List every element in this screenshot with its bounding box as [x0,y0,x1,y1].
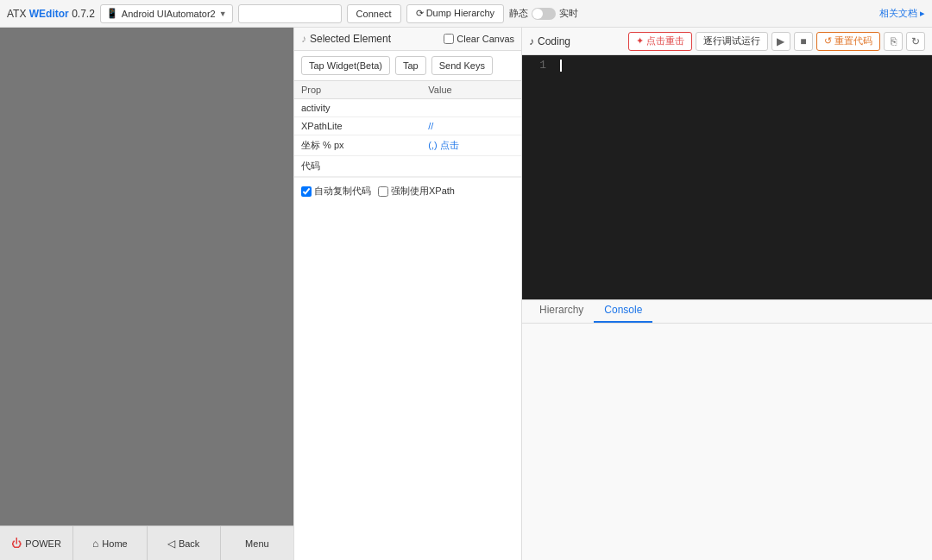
send-keys-button[interactable]: Send Keys [431,56,493,75]
prop-column-header: Prop [294,81,421,99]
prop-row: XPathLite// [294,117,521,135]
home-icon: ⌂ [92,538,98,550]
device-panel: ⏻ POWER ⌂ Home ◁ Back Menu [0,28,293,560]
prop-cell: 代码 [294,156,421,177]
inspector-panel: ♪ Selected Element Clear Canvas Tap Widg… [293,28,522,560]
code-editor[interactable]: 1 [522,55,932,299]
device-screen [0,28,293,525]
run-highlighted-button[interactable]: 逐行调试运行 [696,32,768,51]
dump-hierarchy-button[interactable]: ⟳ Dump Hierarchy [406,4,505,23]
copy-button[interactable]: ⎘ [884,32,903,51]
prop-row: activity [294,99,521,117]
toggle-knob [532,9,543,19]
menu-button[interactable]: Menu [221,526,293,560]
options-row: 自动复制代码 强制使用XPath [294,177,521,204]
device-selector[interactable]: 📱 Android UIAutomator2 ▼ [100,4,233,23]
code-line-1: 1 [522,59,932,75]
reset-code-button[interactable]: ↺ 重置代码 [816,32,880,51]
tap-widget-button[interactable]: Tap Widget(Beta) [301,56,390,75]
force-xpath-label[interactable]: 强制使用XPath [378,185,455,198]
inspector-title: Selected Element [310,33,391,45]
force-xpath-checkbox[interactable] [378,186,388,197]
coding-title: ♪ Coding [529,35,623,47]
prop-row: 坐标 % px(,) 点击 [294,135,521,156]
back-button[interactable]: ◁ Back [148,526,221,560]
tap-button[interactable]: Tap [395,56,426,75]
clear-canvas-label[interactable]: Clear Canvas [444,34,514,44]
tab-console[interactable]: Console [594,299,652,323]
related-doc-link[interactable]: 相关文档 ▸ [879,7,925,20]
auto-copy-label[interactable]: 自动复制代码 [301,185,371,198]
realtime-toggle[interactable] [532,8,556,20]
inspector-header: ♪ Selected Element Clear Canvas [294,28,521,51]
power-button[interactable]: ⏻ POWER [0,526,73,560]
clear-canvas-checkbox[interactable] [444,34,454,44]
music-icon: ♪ [301,33,306,45]
action-buttons: Tap Widget(Beta) Tap Send Keys [294,51,521,81]
prop-row: 代码 [294,156,521,177]
power-icon: ⏻ [11,538,22,550]
coding-toolbar: ♪ Coding ✦ 点击重击 逐行调试运行 ▶ ■ ↺ 重置代码 ⎘ ↻ [522,28,932,55]
top-toolbar: ATX WEditor 0.7.2 📱 Android UIAutomator2… [0,0,932,28]
bottom-tabs: HierarchyConsole [522,299,932,324]
chevron-down-icon: ▼ [219,9,227,18]
prop-table: Prop Value activityXPathLite//坐标 % px(,)… [294,81,521,177]
home-button[interactable]: ⌂ Home [73,526,147,560]
prop-cell: activity [294,99,421,117]
play-button[interactable]: ▶ [771,32,790,51]
tab-hierarchy[interactable]: Hierarchy [529,299,594,323]
main-layout: ⏻ POWER ⌂ Home ◁ Back Menu ♪ Selected El… [0,28,932,560]
search-input[interactable] [238,4,342,23]
value-cell[interactable]: // [421,117,521,135]
prop-cell: XPathLite [294,117,421,135]
bottom-content [522,324,932,561]
app-title: ATX WEditor 0.7.2 [7,8,95,20]
value-cell[interactable]: (,) 点击 [421,135,521,156]
static-label: 静态 [509,7,528,20]
value-column-header: Value [421,81,521,99]
auto-copy-checkbox[interactable] [301,186,312,197]
mode-toggle-container: 静态 实时 [509,7,578,20]
coding-title-text: Coding [538,35,570,47]
realtime-label: 实时 [559,7,578,20]
device-bottom-bar: ⏻ POWER ⌂ Home ◁ Back Menu [0,525,293,560]
coding-music-icon: ♪ [529,35,534,47]
click-highlight-button[interactable]: ✦ 点击重击 [628,32,692,51]
stop-button[interactable]: ■ [794,32,813,51]
value-cell [421,99,521,117]
connect-button[interactable]: Connect [347,4,401,23]
coding-panel: ♪ Coding ✦ 点击重击 逐行调试运行 ▶ ■ ↺ 重置代码 ⎘ ↻ 1 … [522,28,932,560]
prop-cell: 坐标 % px [294,135,421,156]
refresh-button[interactable]: ↻ [906,32,925,51]
value-cell [421,156,521,177]
coding-actions: ✦ 点击重击 逐行调试运行 ▶ ■ ↺ 重置代码 ⎘ ↻ [628,32,925,51]
back-icon: ◁ [167,538,175,550]
